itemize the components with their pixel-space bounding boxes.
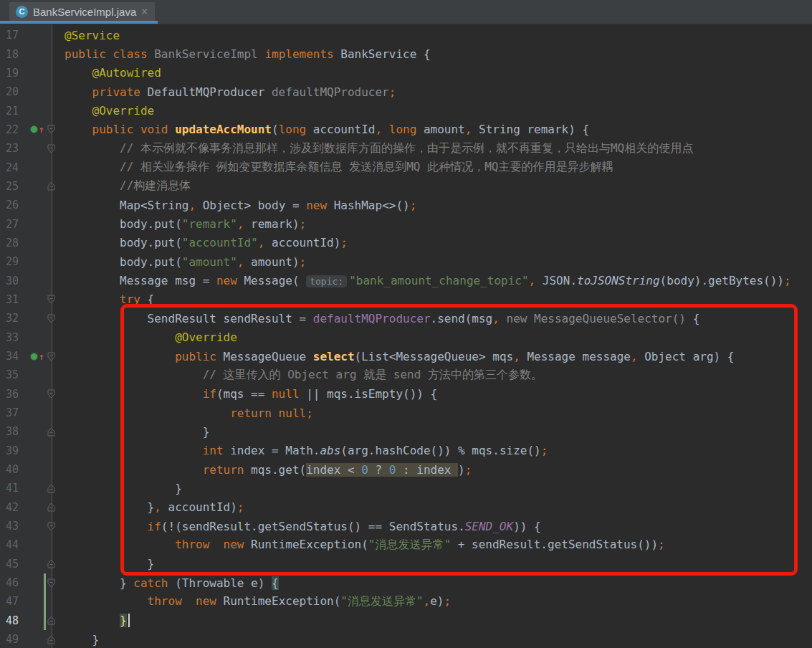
line-number[interactable]: 27 [0,218,29,231]
code-line[interactable]: 28 body.put("accountId", accountId); [0,234,812,252]
line-number[interactable]: 35 [0,368,29,381]
code-line[interactable]: 36 if(mqs == null || mqs.isEmpty()) { [0,385,812,404]
fold-end-icon[interactable] [47,181,59,191]
line-number[interactable]: 30 [0,275,29,287]
fold-end-icon[interactable] [47,559,59,568]
fold-collapse-icon[interactable] [47,314,59,323]
code-line[interactable]: 47 throw new RuntimeException("消息发送异常",e… [0,592,812,611]
code-text: try { [57,292,154,306]
line-number[interactable]: 23 [0,142,29,155]
line-number[interactable]: 49 [0,633,29,646]
line-number[interactable]: 26 [0,199,29,211]
line-number[interactable]: 44 [0,538,29,551]
line-number[interactable]: 46 [0,576,29,589]
code-text: throw new RuntimeException("消息发送异常" + se… [57,538,665,553]
line-number[interactable]: 17 [0,29,29,42]
code-line[interactable]: 25 //构建消息体 [0,177,812,196]
line-number[interactable]: 48 [0,614,29,627]
code-line[interactable]: 40 return mqs.get(index < 0 ? 0 : index … [0,460,812,479]
line-number[interactable]: 38 [0,425,29,438]
code-line[interactable]: 19 @Autowired [0,64,812,82]
line-number[interactable]: 29 [0,255,29,268]
code-line[interactable]: 23 // 本示例就不像事务消息那样，涉及到数据库方面的操作，由于是示例，就不再… [0,139,812,158]
code-line[interactable]: 46 } catch (Throwable e) { [0,573,812,592]
overrides-method-icon[interactable] [30,353,38,361]
code-line[interactable]: 31 try { [0,290,812,309]
code-text: public void updateAccMount(long accountI… [57,123,589,136]
fold-collapse-icon[interactable] [47,144,59,153]
line-number[interactable]: 34 [0,350,29,363]
overrides-method-icon[interactable] [30,125,38,133]
code-line[interactable]: 44 throw new RuntimeException("消息发送异常" +… [0,535,812,554]
code-line[interactable]: 22↑ public void updateAccMount(long acco… [0,120,812,139]
code-line[interactable]: 26 Map<String, Object> body = new HashMa… [0,196,812,214]
line-number[interactable]: 24 [0,161,29,174]
fold-collapse-icon[interactable] [47,125,59,134]
fold-end-icon[interactable] [47,635,59,644]
fold-end-icon[interactable] [47,502,59,512]
code-line[interactable]: 42 }, accountId); [0,498,812,517]
override-arrow-icon[interactable]: ↑ [39,352,44,361]
code-line[interactable]: 34↑ public MessageQueue select(List<Mess… [0,347,812,366]
line-number[interactable]: 39 [0,444,29,457]
code-text: @Service [57,29,120,42]
line-number[interactable]: 20 [0,85,29,98]
code-line[interactable]: 43 if(!(sendResult.getSendStatus() == Se… [0,517,812,535]
line-number[interactable]: 25 [0,180,29,193]
fold-collapse-icon[interactable] [47,352,59,361]
gutter-icons: ↑ [29,125,44,134]
code-line[interactable]: 32 SendResult sendResult = defaultMQProd… [0,309,812,328]
code-editor[interactable]: 17@Service18public class BankServiceImpl… [0,24,812,648]
override-arrow-icon[interactable]: ↑ [39,125,44,134]
line-number[interactable]: 43 [0,520,29,533]
line-number[interactable]: 28 [0,237,29,249]
code-line[interactable]: 33 @Override [0,328,812,347]
code-line[interactable]: 27 body.put("remark", remark); [0,214,812,233]
code-line[interactable]: 35 // 这里传入的 Object arg 就是 send 方法中的第三个参数… [0,366,812,384]
line-number[interactable]: 18 [0,48,29,61]
line-number[interactable]: 37 [0,406,29,419]
code-text: return null; [57,406,313,420]
text-caret [128,614,130,627]
code-line[interactable]: 39 int index = Math.abs(arg.hashCode()) … [0,442,812,460]
code-text: } [57,633,99,647]
line-number[interactable]: 42 [0,501,29,514]
line-number[interactable]: 41 [0,482,29,495]
line-number[interactable]: 40 [0,463,29,476]
line-number[interactable]: 33 [0,331,29,344]
fold-end-icon[interactable] [47,616,59,625]
tab-close-icon[interactable]: × [141,6,148,17]
code-line[interactable]: 48 } [0,611,812,630]
fold-collapse-icon[interactable] [47,389,59,399]
code-text: // 相关业务操作 例如变更数据库余额信息 发送消息到MQ 此种情况，MQ主要的… [57,160,613,175]
code-text: @Autowired [57,66,161,80]
fold-end-icon[interactable] [47,427,59,437]
code-line[interactable]: 18public class BankServiceImpl implement… [0,44,812,63]
fold-collapse-icon[interactable] [47,295,59,304]
change-marker [44,611,46,630]
code-line[interactable]: 49 } [0,630,812,648]
code-line[interactable]: 38 } [0,422,812,441]
fold-collapse-icon[interactable] [47,522,59,531]
fold-collapse-icon[interactable] [47,578,59,588]
line-number[interactable]: 47 [0,595,29,608]
line-number[interactable]: 21 [0,105,29,118]
code-line[interactable]: 21 @Override [0,101,812,120]
code-line[interactable]: 17@Service [0,26,812,44]
line-number[interactable]: 22 [0,123,29,136]
code-text: private DefaultMQProducer defaultMQProdu… [57,85,396,99]
code-line[interactable]: 37 return null; [0,404,812,422]
code-line[interactable]: 45 } [0,555,812,573]
line-number[interactable]: 45 [0,558,29,571]
line-number[interactable]: 36 [0,388,29,401]
line-number[interactable]: 31 [0,293,29,306]
code-line[interactable]: 20 private DefaultMQProducer defaultMQPr… [0,82,812,101]
file-tab[interactable]: C BankServiceImpl.java × [9,2,155,21]
code-line[interactable]: 29 body.put("amount", amount); [0,252,812,271]
line-number[interactable]: 19 [0,67,29,80]
code-line[interactable]: 24 // 相关业务操作 例如变更数据库余额信息 发送消息到MQ 此种情况，MQ… [0,158,812,176]
code-line[interactable]: 30 Message msg = new Message( topic:"ban… [0,271,812,290]
line-number[interactable]: 32 [0,312,29,325]
code-line[interactable]: 41 } [0,479,812,497]
fold-end-icon[interactable] [47,484,59,493]
